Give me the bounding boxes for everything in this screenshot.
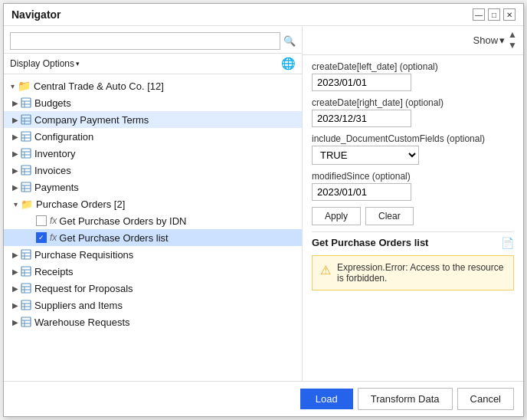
- load-button[interactable]: Load: [300, 389, 353, 409]
- budgets-expander: ▶: [10, 99, 21, 107]
- invoices-table-icon: [21, 165, 31, 176]
- budgets-table-icon: [21, 97, 31, 108]
- rfp-expander: ▶: [10, 284, 21, 293]
- config-table-icon: [21, 131, 31, 142]
- close-button[interactable]: ✕: [503, 8, 516, 21]
- create-date-right-group: createDate[right_date] (optional): [312, 97, 514, 127]
- config-expander: ▶: [10, 133, 21, 141]
- suppliers-label: Suppliers and Items: [34, 300, 123, 311]
- po-list-label: Get Purchase Orders list: [59, 232, 168, 244]
- tree-item-warehouse-requests[interactable]: ▶ Warehouse Requests: [4, 313, 302, 330]
- scroll-up-button[interactable]: ▲: [508, 29, 517, 40]
- po-idn-label: Get Purchase Orders by IDN: [59, 215, 186, 227]
- include-doc-fields-select[interactable]: TRUE FALSE: [312, 146, 419, 165]
- po-folder-icon: 📁: [21, 199, 33, 210]
- error-box: ⚠ Expression.Error: Access to the resour…: [312, 255, 514, 290]
- right-content: createDate[left_date] (optional) createD…: [303, 55, 523, 381]
- apply-button[interactable]: Apply: [312, 207, 361, 225]
- cpt-table-icon: [21, 114, 31, 125]
- po-idn-checkbox[interactable]: [36, 215, 47, 226]
- po-label: Purchase Orders [2]: [36, 199, 125, 210]
- tree-item-company-payment-terms[interactable]: ▶ Company Payment Terms: [4, 111, 302, 128]
- include-doc-fields-label: include_DocumentCustomFields (optional): [312, 133, 514, 144]
- display-options-button[interactable]: Display Options ▾: [10, 58, 80, 69]
- tree-item-purchase-orders[interactable]: ▾ 📁 Purchase Orders [2]: [4, 195, 302, 212]
- wr-expander: ▶: [10, 318, 21, 326]
- display-options-label: Display Options: [10, 58, 74, 69]
- show-chevron: ▾: [499, 34, 505, 46]
- rfp-table-icon: [21, 283, 31, 294]
- invoices-expander: ▶: [10, 166, 21, 175]
- tree-item-payments[interactable]: ▶ Payments: [4, 179, 302, 195]
- svg-rect-20: [21, 182, 31, 192]
- cpt-label: Company Payment Terms: [34, 114, 149, 126]
- payments-label: Payments: [34, 182, 79, 193]
- pr-table-icon: [21, 249, 31, 260]
- show-bar: Show ▾ ▲ ▼: [303, 26, 523, 55]
- tree-item-suppliers[interactable]: ▶ Suppliers and Items: [4, 297, 302, 313]
- svg-rect-40: [21, 317, 31, 326]
- svg-rect-32: [21, 284, 31, 293]
- payments-expander: ▶: [10, 183, 21, 192]
- modified-since-input[interactable]: [312, 183, 411, 201]
- tree-root[interactable]: ▾ 📁 Central Trade & Auto Co. [12]: [4, 77, 302, 94]
- rfp-label: Request for Proposals: [34, 283, 133, 294]
- tree-area: ▾ 📁 Central Trade & Auto Co. [12] ▶ Budg…: [4, 74, 302, 381]
- cpt-expander: ▶: [10, 116, 21, 124]
- suppliers-table-icon: [21, 300, 31, 310]
- display-options-chevron: ▾: [76, 60, 80, 67]
- po-list-checkbox[interactable]: [36, 232, 47, 243]
- tree-item-invoices[interactable]: ▶ Invoices: [4, 162, 302, 179]
- maximize-button[interactable]: □: [488, 8, 500, 21]
- tree-item-purchase-req[interactable]: ▶ Purchase Requisitions: [4, 246, 302, 263]
- right-panel: Show ▾ ▲ ▼ createDate[left_date] (option…: [303, 26, 523, 381]
- tree-item-get-po-list[interactable]: fx Get Purchase Orders list: [4, 229, 302, 246]
- inventory-expander: ▶: [10, 149, 21, 158]
- create-date-right-label: createDate[right_date] (optional): [312, 97, 514, 108]
- inventory-label: Inventory: [34, 148, 75, 159]
- po-expander: ▾: [10, 200, 21, 208]
- tree-item-inventory[interactable]: ▶ Inventory: [4, 145, 302, 162]
- tree-item-budgets[interactable]: ▶ Budgets: [4, 94, 302, 111]
- scroll-down-button[interactable]: ▼: [508, 40, 517, 51]
- po-idn-fx: fx: [50, 215, 57, 226]
- svg-rect-24: [21, 250, 31, 259]
- clear-button[interactable]: Clear: [365, 207, 414, 225]
- footer: Load Transform Data Cancel: [4, 381, 523, 416]
- minimize-button[interactable]: —: [473, 8, 485, 21]
- window-title: Navigator: [11, 8, 61, 21]
- search-input[interactable]: [10, 32, 280, 50]
- include-doc-fields-group: include_DocumentCustomFields (optional) …: [312, 133, 514, 165]
- tree-item-configuration[interactable]: ▶ Configuration: [4, 128, 302, 145]
- preview-title: Get Purchase Orders list: [312, 237, 428, 248]
- error-message: Expression.Error: Access to the resource…: [337, 262, 506, 284]
- params-button-row: Apply Clear: [312, 207, 514, 225]
- modified-since-group: modifiedSince (optional): [312, 171, 514, 201]
- svg-rect-0: [21, 98, 31, 107]
- web-icon[interactable]: 🌐: [281, 57, 296, 71]
- create-date-left-label: createDate[left_date] (optional): [312, 61, 514, 72]
- create-date-left-input[interactable]: [312, 74, 411, 91]
- transform-data-button[interactable]: Transform Data: [358, 388, 453, 410]
- search-icon: 🔍: [283, 35, 296, 47]
- navigator-window: Navigator — □ ✕ 🔍 Display Options ▾ 🌐: [3, 3, 524, 417]
- po-list-fx: fx: [50, 232, 57, 243]
- preview-icon: 📄: [501, 237, 514, 249]
- show-label: Show: [473, 34, 499, 46]
- create-date-right-input[interactable]: [312, 110, 411, 127]
- modified-since-label: modifiedSince (optional): [312, 171, 514, 182]
- pr-expander: ▶: [10, 251, 21, 259]
- wr-label: Warehouse Requests: [34, 317, 130, 328]
- payments-table-icon: [21, 182, 31, 192]
- cancel-button[interactable]: Cancel: [457, 388, 514, 410]
- show-button[interactable]: Show ▾: [473, 34, 506, 46]
- tree-item-receipts[interactable]: ▶ Receipts: [4, 263, 302, 280]
- svg-rect-16: [21, 166, 31, 175]
- tree-item-get-po-idn[interactable]: fx Get Purchase Orders by IDN: [4, 212, 302, 229]
- search-bar: 🔍: [4, 26, 302, 54]
- tree-item-rfp[interactable]: ▶ Request for Proposals: [4, 280, 302, 297]
- pr-label: Purchase Requisitions: [34, 249, 133, 261]
- divider: [312, 231, 514, 232]
- wr-table-icon: [21, 317, 31, 327]
- left-panel: 🔍 Display Options ▾ 🌐 ▾ 📁 Central Trade …: [4, 26, 303, 381]
